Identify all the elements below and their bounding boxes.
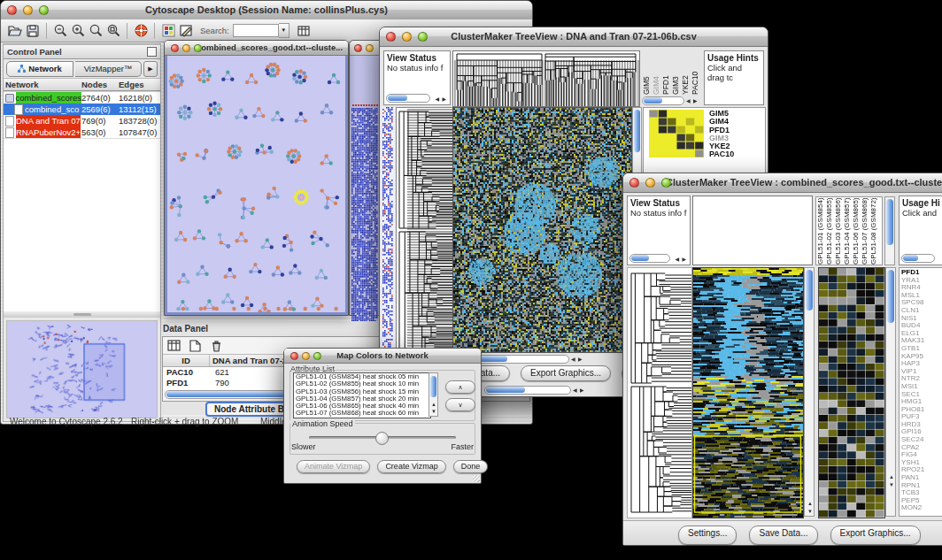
minimize-button[interactable] xyxy=(645,178,655,188)
attribute-browser-icon[interactable] xyxy=(295,22,313,40)
scroll-left-icon[interactable]: ◀ xyxy=(573,387,577,394)
resize-grip[interactable] xyxy=(473,475,480,482)
tv1-matrix-hscrollbar[interactable] xyxy=(642,96,684,105)
tv2-heatmap-vscrollbar[interactable]: ▲ ▼ xyxy=(804,267,815,517)
search-input[interactable] xyxy=(233,24,279,37)
tv1-row-dendrogram[interactable] xyxy=(396,107,453,353)
minimize-button[interactable] xyxy=(182,44,190,52)
open-file-icon[interactable] xyxy=(6,22,24,40)
tv1-column-label[interactable]: GIM4 xyxy=(652,52,660,95)
close-button[interactable] xyxy=(7,5,17,15)
tv1-global-overview-strip[interactable] xyxy=(382,107,395,351)
network-graph-canvas[interactable] xyxy=(165,56,348,315)
scroll-up-icon[interactable]: ▲ xyxy=(431,401,436,408)
tv2-zoom-heatmap[interactable] xyxy=(818,267,885,518)
help-lifering-icon[interactable] xyxy=(132,22,150,40)
annotation-icon[interactable] xyxy=(177,22,195,40)
tv2-row-dendrogram[interactable] xyxy=(627,267,692,518)
tab-vizmapper[interactable]: VizMapper™ xyxy=(75,61,142,77)
network-table-header[interactable]: Network Nodes Edges xyxy=(4,78,160,91)
save-icon[interactable] xyxy=(24,22,42,40)
scroll-left-icon[interactable]: ◀ xyxy=(571,356,575,363)
dialog-button[interactable]: Create Vizmap xyxy=(377,460,445,473)
tv1-column-label[interactable]: PFD1 xyxy=(661,52,670,95)
tv1-zoom-hscrollbar[interactable] xyxy=(484,386,571,395)
minimize-button[interactable] xyxy=(366,44,374,52)
scroll-right-icon[interactable]: ▶ xyxy=(578,356,583,363)
tv1-column-dendrogram[interactable] xyxy=(452,50,640,107)
tv2-action-button[interactable]: Export Graphics... xyxy=(830,525,921,545)
minimize-button[interactable] xyxy=(402,32,412,42)
tv2-action-button[interactable]: Settings... xyxy=(678,525,737,545)
id-column-header[interactable]: ID xyxy=(163,355,210,366)
scroll-down-icon[interactable]: ▼ xyxy=(889,481,894,488)
tv1-status-hscrollbar[interactable] xyxy=(386,94,430,103)
new-attribute-icon[interactable] xyxy=(188,339,202,352)
dialog-button[interactable]: Done xyxy=(453,460,489,473)
tv2-column-label[interactable]: GPL51-07 (GSM868) xyxy=(861,198,869,265)
tv1-column-label[interactable]: PAC10 xyxy=(691,52,699,95)
tv2-action-button[interactable]: Save Data... xyxy=(749,525,817,545)
zoom-button[interactable] xyxy=(418,32,428,42)
panel-divider[interactable] xyxy=(4,311,160,318)
tv1-column-label[interactable]: GIM3 xyxy=(671,52,680,95)
close-button[interactable] xyxy=(290,352,298,360)
tv2-column-label[interactable]: GPL51-06 (GSM865) xyxy=(852,198,861,265)
network-row-dna-tran[interactable]: DNA and Tran 07 769(0) 183728(0) xyxy=(4,115,160,127)
tv2-column-label[interactable]: GPL51-02 (GSM855) xyxy=(825,198,834,265)
tv1-gene-label[interactable]: PAC10 xyxy=(709,150,762,158)
tv2-gene-label[interactable]: MON2 xyxy=(901,504,942,512)
network-row-combined-sco-selected[interactable]: combined_sco 2569(6) 13112(15) xyxy=(4,104,160,115)
scroll-down-icon[interactable]: ▼ xyxy=(431,408,436,415)
vizmapper-icon[interactable] xyxy=(159,22,177,40)
zoom-out-icon[interactable] xyxy=(51,22,69,40)
delete-attribute-icon[interactable] xyxy=(209,339,223,352)
network-row-rnapuber[interactable]: RNAPuberNov2+ 563(0) 107847(0) xyxy=(4,127,160,138)
move-down-button[interactable]: ∨ xyxy=(445,398,475,411)
birds-eye-overview[interactable] xyxy=(6,320,158,418)
tab-overflow-button[interactable]: ▶ xyxy=(143,61,158,77)
search-dropdown-button[interactable]: ▼ xyxy=(279,23,290,38)
tv2-heatmap[interactable] xyxy=(692,267,804,518)
scroll-up-icon[interactable]: ▲ xyxy=(889,473,894,480)
tv2-column-label[interactable]: GPL51-04 (GSM857) xyxy=(843,198,852,265)
main-titlebar[interactable]: Cytoscape Desktop (Session Name: collins… xyxy=(1,1,532,20)
tv2-column-label[interactable]: GPL51-08 (GSM872) xyxy=(869,198,878,265)
tv1-zoom-matrix[interactable] xyxy=(649,110,704,157)
close-button[interactable] xyxy=(171,44,179,52)
tv1-column-label[interactable]: GIM5 xyxy=(642,52,651,95)
tv2-column-label[interactable]: GPL51-03 (GSM856) xyxy=(834,198,843,265)
tab-network[interactable]: Network xyxy=(6,61,73,77)
tv2-genelist-vscrollbar[interactable]: ▲ ▼ xyxy=(885,267,896,517)
treeview1-titlebar[interactable]: ClusterMaker TreeView : DNA and Tran 07-… xyxy=(380,27,768,47)
zoom-button[interactable] xyxy=(313,352,321,360)
zoom-fit-icon[interactable] xyxy=(104,22,122,40)
dense-network-canvas[interactable] xyxy=(351,104,378,321)
scroll-left-icon[interactable]: ◀ xyxy=(675,256,679,263)
minimize-button[interactable] xyxy=(302,352,310,360)
float-panel-icon[interactable] xyxy=(147,47,157,57)
move-up-button[interactable]: ∧ xyxy=(445,380,475,394)
attribute-list-item[interactable]: GPL51-07 (GSM868) heat shock 60 min xyxy=(296,410,430,417)
zoom-button[interactable] xyxy=(661,178,671,188)
close-button[interactable] xyxy=(354,44,362,52)
tv2-collabel-vscrollbar[interactable] xyxy=(884,196,895,265)
tv2-usage-hscrollbar[interactable] xyxy=(901,254,935,263)
scroll-right-icon[interactable]: ▶ xyxy=(442,96,446,103)
scroll-left-icon[interactable]: ◀ xyxy=(435,96,439,103)
attribute-select-icon[interactable] xyxy=(166,339,181,352)
scroll-left-icon[interactable]: ◀ xyxy=(686,97,691,104)
tv1-column-label[interactable]: YKE2 xyxy=(681,52,690,95)
tv1-action-button[interactable]: Export Graphics... xyxy=(521,365,611,381)
dialog-button[interactable]: Animate Vizmap xyxy=(297,460,370,473)
minimize-button[interactable] xyxy=(23,5,33,15)
tv2-column-label[interactable]: GPL51-01 (GSM854) xyxy=(816,198,825,265)
speed-slider-thumb[interactable] xyxy=(375,432,389,445)
attribute-listbox[interactable]: GPL51-01 (GSM854) heat shock 05 minGPL51… xyxy=(293,372,431,418)
zoom-selected-icon[interactable] xyxy=(87,22,104,40)
dialog-titlebar[interactable]: Map Colors to Network xyxy=(284,349,481,364)
scroll-right-icon[interactable]: ▶ xyxy=(693,97,698,104)
scroll-down-icon[interactable]: ▼ xyxy=(807,508,813,515)
close-button[interactable] xyxy=(629,178,639,188)
treeview2-titlebar[interactable]: ClusterMaker TreeView : combined_scores_… xyxy=(623,173,942,193)
